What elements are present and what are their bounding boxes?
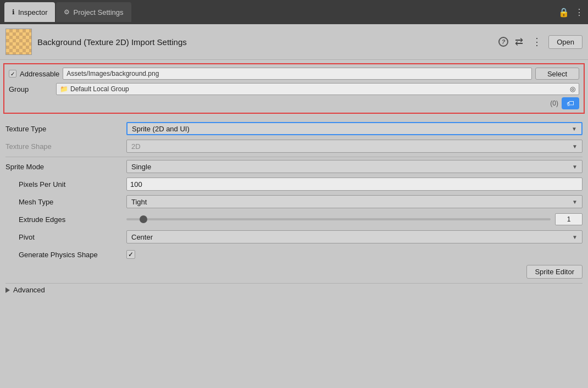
extrude-slider-thumb[interactable] [140, 215, 147, 223]
mesh-type-selected: Tight [131, 198, 147, 206]
pixels-per-unit-input[interactable] [126, 178, 583, 191]
sprite-mode-value: Single ▼ [126, 160, 583, 173]
extrude-edges-row: Extrude Edges [5, 212, 583, 226]
group-value: Default Local Group [70, 85, 129, 93]
texture-type-arrow: ▼ [572, 126, 577, 132]
group-select[interactable]: 📁 Default Local Group ◎ [56, 83, 579, 95]
mesh-type-dropdown[interactable]: Tight ▼ [126, 195, 583, 208]
slider-container [126, 213, 583, 225]
select-button[interactable]: Select [535, 68, 579, 80]
pixels-per-unit-value [126, 178, 583, 191]
texture-shape-value: 2D ▼ [126, 140, 583, 153]
header-more-icon[interactable]: ⋮ [530, 35, 544, 49]
sprite-editor-button[interactable]: Sprite Editor [526, 265, 583, 279]
pivot-row: Pivot Center ▼ [5, 230, 583, 244]
divider-1 [5, 157, 583, 157]
tab-bar-controls: 🔒 ⋮ [558, 7, 584, 18]
sprite-mode-selected: Single [131, 163, 151, 171]
pivot-value: Center ▼ [126, 230, 583, 243]
tab-inspector[interactable]: ℹ Inspector [4, 2, 55, 22]
tab-project-settings-label: Project Settings [73, 8, 123, 16]
texture-type-selected: Sprite (2D and UI) [132, 125, 190, 133]
badge-row: (0) 🏷 [9, 97, 579, 109]
pixels-per-unit-row: Pixels Per Unit [5, 177, 583, 191]
extrude-value-input[interactable] [555, 213, 583, 225]
texture-thumbnail [5, 29, 32, 55]
advanced-row[interactable]: Advanced [5, 286, 583, 294]
tab-inspector-label: Inspector [18, 8, 47, 16]
divider-2 [5, 283, 583, 284]
group-label: Group [9, 85, 53, 93]
mesh-type-arrow: ▼ [572, 199, 578, 205]
properties-panel: Texture Type Sprite (2D and UI) ▼ Textur… [0, 117, 588, 388]
pivot-selected: Center [131, 233, 153, 241]
addressable-checkbox[interactable]: ✓ [9, 70, 16, 77]
panel-header: Background (Texture 2D) Import Settings … [0, 24, 588, 60]
group-circle-btn[interactable]: ◎ [570, 85, 575, 93]
folder-icon: 📁 [60, 85, 68, 93]
open-button[interactable]: Open [548, 35, 583, 49]
texture-type-dropdown[interactable]: Sprite (2D and UI) ▼ [126, 122, 583, 135]
generate-physics-shape-checkbox[interactable]: ✓ [126, 250, 135, 259]
sprite-mode-label: Sprite Mode [5, 163, 126, 171]
panel-title: Background (Texture 2D) Import Settings [37, 37, 187, 47]
generate-physics-shape-value: ✓ [126, 250, 583, 259]
lock-icon[interactable]: 🔒 [558, 7, 569, 18]
generate-physics-shape-label: Generate Physics Shape [5, 251, 126, 259]
extrude-edges-value [126, 213, 583, 225]
group-row: Group 📁 Default Local Group ◎ [9, 83, 579, 95]
tab-bar: ℹ Inspector ⚙ Project Settings 🔒 ⋮ [0, 0, 588, 24]
addressable-input[interactable] [63, 68, 532, 80]
inspector-icon: ℹ [12, 8, 15, 16]
sprite-mode-arrow: ▼ [572, 164, 578, 170]
generate-physics-shape-row: Generate Physics Shape ✓ [5, 247, 583, 262]
sprite-editor-row: Sprite Editor [5, 265, 583, 279]
addressable-label: Addressable [20, 70, 59, 78]
advanced-collapse-icon [5, 287, 10, 293]
badge-button[interactable]: 🏷 [562, 97, 579, 109]
texture-shape-label: Texture Shape [5, 142, 126, 151]
header-left: Background (Texture 2D) Import Settings [5, 29, 187, 55]
texture-shape-arrow: ▼ [572, 143, 578, 149]
texture-type-value: Sprite (2D and UI) ▼ [126, 122, 583, 135]
tab-project-settings[interactable]: ⚙ Project Settings [56, 2, 131, 22]
pivot-label: Pivot [5, 233, 126, 241]
sprite-mode-row: Sprite Mode Single ▼ [5, 159, 583, 174]
settings-tab-icon: ⚙ [64, 8, 70, 16]
advanced-label: Advanced [13, 286, 45, 294]
settings-icon[interactable]: ⇄ [513, 35, 525, 49]
texture-shape-dropdown[interactable]: 2D ▼ [126, 140, 583, 153]
mesh-type-row: Mesh Type Tight ▼ [5, 195, 583, 209]
badge-text: (0) [550, 99, 558, 107]
tag-icon: 🏷 [567, 99, 574, 108]
addressable-row: ✓ Addressable Select [9, 68, 579, 80]
mesh-type-label: Mesh Type [5, 198, 126, 206]
pivot-arrow: ▼ [572, 234, 578, 240]
main-window: ℹ Inspector ⚙ Project Settings 🔒 ⋮ Backg… [0, 0, 588, 388]
extrude-edges-label: Extrude Edges [5, 215, 126, 224]
pivot-dropdown[interactable]: Center ▼ [126, 230, 583, 243]
more-options-icon[interactable]: ⋮ [575, 7, 584, 18]
pixels-per-unit-label: Pixels Per Unit [5, 180, 126, 189]
texture-type-row: Texture Type Sprite (2D and UI) ▼ [5, 121, 583, 136]
texture-type-label: Texture Type [5, 125, 126, 133]
addressable-section: ✓ Addressable Select Group 📁 Default Loc… [3, 63, 585, 114]
mesh-type-value: Tight ▼ [126, 195, 583, 208]
help-icon[interactable]: ? [498, 37, 508, 47]
texture-shape-row: Texture Shape 2D ▼ [5, 139, 583, 153]
sprite-mode-dropdown[interactable]: Single ▼ [126, 160, 583, 173]
texture-shape-selected: 2D [131, 142, 141, 151]
extrude-slider-track[interactable] [126, 218, 551, 220]
header-right: ? ⇄ ⋮ Open [498, 35, 583, 49]
